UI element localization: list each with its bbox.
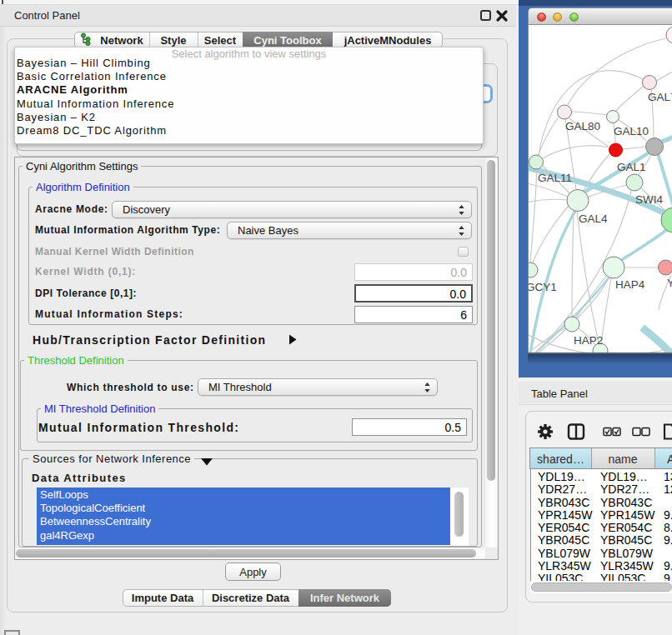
svg-text:SWI4: SWI4 [635, 193, 663, 206]
svg-text:GAL11: GAL11 [538, 172, 572, 184]
svg-text:GAL1: GAL1 [617, 161, 646, 173]
svg-text:HAP4: HAP4 [615, 278, 645, 291]
svg-text:GAL10: GAL10 [614, 125, 649, 138]
svg-text:Y: Y [667, 277, 672, 289]
svg-text:GAL7: GAL7 [648, 91, 672, 103]
svg-text:GAL80: GAL80 [565, 120, 600, 132]
svg-text:GCY1: GCY1 [529, 281, 557, 293]
svg-text:GAL4: GAL4 [579, 212, 608, 225]
svg-text:HAP2: HAP2 [574, 334, 603, 347]
